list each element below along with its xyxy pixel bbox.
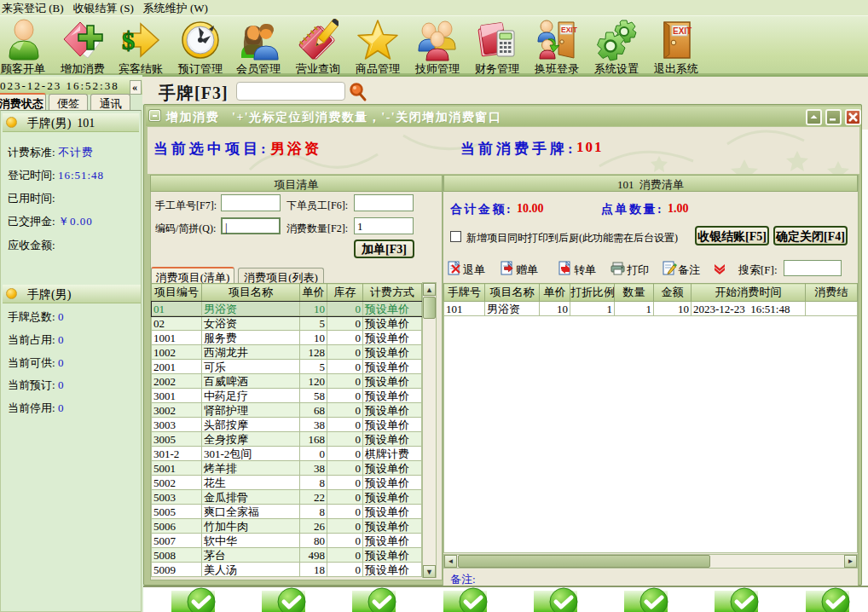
svg-text:EXIT: EXIT — [673, 26, 692, 36]
svg-text:$: $ — [122, 26, 135, 55]
svg-text:EXIT: EXIT — [561, 26, 577, 34]
